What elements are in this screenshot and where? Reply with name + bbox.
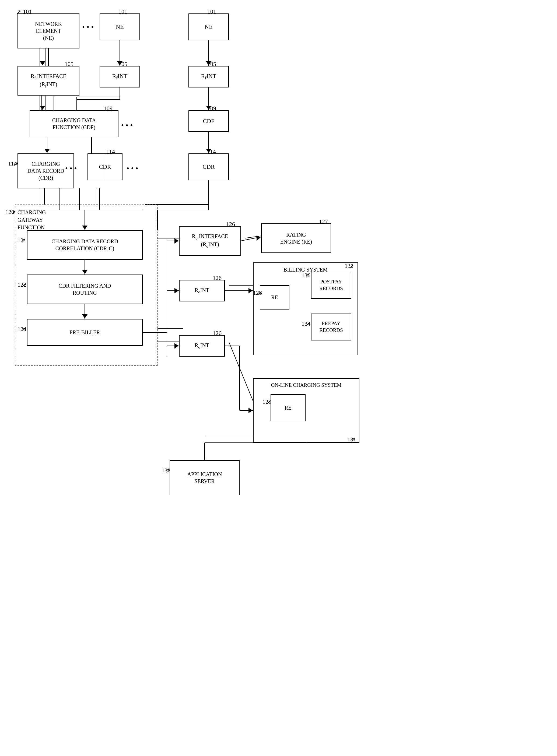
ro1-ref: 126 (226, 221, 235, 228)
rf2-ref: 105 (118, 61, 127, 67)
ro3-label: RoINT (195, 342, 209, 350)
prepay-box: PREPAYRECORDS (311, 313, 351, 340)
cdr3-ref: 114 (207, 148, 216, 155)
svg-marker-78 (174, 238, 178, 244)
diagram-container: NETWORKELEMENT(NE) 101 ↗ NE 101 NE 101 •… (0, 0, 557, 756)
billing-ref-arrow: ↗ (349, 263, 354, 270)
rf3-ref: 105 (207, 61, 216, 67)
cdrc-label: CHARGING DATA RECORDCORRELATION (CDR-C) (52, 238, 118, 252)
re-billing-box: RE (260, 285, 289, 309)
cdrc-box: CHARGING DATA RECORDCORRELATION (CDR-C) (27, 230, 143, 260)
rf1-box: Rf INTERFACE(RfINT) (18, 66, 80, 95)
rf2-label: RfINT (112, 72, 127, 81)
cgf-title: CHARGINGGATEWAYFUNCTION (18, 209, 46, 231)
cdr3-box: CDR (188, 153, 229, 180)
ro3-box: RoINT (179, 335, 225, 357)
cdf2-box: CDF (188, 110, 229, 132)
ne1-label: NETWORKELEMENT(NE) (35, 21, 62, 41)
app-server-label: APPLICATIONSERVER (187, 471, 222, 485)
prebiller-box: PRE-BILLER (27, 319, 143, 346)
ne1-ref-arrow: ↗ (16, 9, 21, 16)
dots-cdr2: • • • (126, 164, 138, 173)
ro1-box: Ro INTERFACE(RoINT) (179, 226, 241, 256)
cdr2-box: CDR (87, 153, 122, 180)
ne3-label: NE (205, 23, 212, 31)
online-ref-arrow: ↗ (351, 436, 356, 444)
ro3-ref: 126 (213, 330, 222, 337)
ne1-box: NETWORKELEMENT(NE) (18, 13, 80, 49)
re-billing-label: RE (271, 294, 278, 301)
cdrfr-ref-arrow: ↗ (21, 282, 26, 289)
svg-line-25 (229, 342, 253, 401)
cdf1-ref: 109 (104, 105, 113, 112)
cdr3-label: CDR (202, 163, 214, 171)
postpay-box: POSTPAYRECORDS (311, 272, 351, 299)
cdf2-ref: 109 (207, 105, 216, 112)
ne3-ref: 101 (207, 8, 216, 15)
cdf1-box: CHARGING DATAFUNCTION (CDF) (30, 110, 118, 137)
cgf-ref-arrow: ↗ (11, 209, 16, 216)
re-top-label: RATINGENGINE (RE) (280, 231, 312, 245)
svg-marker-80 (257, 236, 261, 241)
re-top-box: RATINGENGINE (RE) (261, 223, 331, 253)
svg-marker-70 (40, 106, 45, 110)
app-server-box: APPLICATIONSERVER (170, 460, 240, 495)
svg-marker-79 (174, 343, 178, 349)
re-online-box: RE (270, 394, 305, 421)
ne3-box: NE (188, 13, 229, 40)
ne2-box: NE (99, 13, 140, 40)
rf2-box: RfINT (99, 66, 140, 88)
svg-marker-72 (45, 149, 50, 153)
postpay-label: POSTPAYRECORDS (319, 278, 343, 292)
cdr1-ref-arrow-outer: ↗ (13, 161, 18, 168)
ro2-ref: 126 (213, 274, 222, 281)
ro2-box: RoINT (179, 280, 225, 301)
re-online-ref-arrow: ↗ (266, 399, 271, 406)
online-label: ON-LINE CHARGING SYSTEM (271, 382, 342, 389)
cdr2-ref: 114 (106, 148, 115, 155)
prepay-ref-arrow: ↗ (305, 321, 310, 328)
re-billing-ref-arrow: ↗ (257, 290, 261, 297)
cdr1-label: CHARGINGDATA RECORD(CDR) (27, 160, 64, 181)
svg-marker-77 (174, 288, 178, 293)
postpay-ref-arrow: ↗ (305, 272, 310, 279)
prebiller-ref-arrow: ↗ (21, 326, 26, 333)
rf3-label: RfINT (201, 72, 216, 81)
cdrc-ref-arrow: ↗ (21, 237, 26, 244)
cdrfr-label: CDR FILTERING ANDROUTING (59, 282, 111, 296)
rf1-ref: 105 (65, 61, 74, 67)
ne2-ref: 101 (118, 8, 127, 15)
dots-cdf: • • • (121, 121, 133, 130)
svg-marker-81 (248, 288, 253, 293)
cdr2-label: CDR (99, 163, 111, 171)
cdf1-label: CHARGING DATAFUNCTION (CDF) (52, 117, 96, 131)
ne2-label: NE (116, 23, 123, 31)
ne1-ref: 101 (23, 8, 32, 15)
dots-cdr: • • • (65, 164, 77, 173)
re-online-label: RE (285, 404, 292, 411)
ro2-label: RoINT (195, 286, 209, 295)
cdrfr-box: CDR FILTERING ANDROUTING (27, 274, 143, 304)
dots-ne: • • • (82, 23, 94, 31)
cdf2-label: CDF (203, 117, 214, 125)
svg-marker-82 (248, 408, 253, 413)
online-box: ON-LINE CHARGING SYSTEM (253, 378, 359, 443)
svg-marker-67 (40, 61, 45, 65)
rf3-box: RfINT (188, 66, 229, 88)
app-server-ref-arrow: ↗ (165, 467, 170, 475)
prepay-label: PREPAYRECORDS (319, 320, 343, 333)
ro1-label: Ro INTERFACE(RoINT) (192, 233, 228, 249)
svg-line-59 (241, 237, 261, 241)
prebiller-label: PRE-BILLER (69, 329, 100, 336)
re-top-ref: 127 (319, 218, 328, 225)
rf1-label: Rf INTERFACE(RfINT) (31, 73, 66, 89)
